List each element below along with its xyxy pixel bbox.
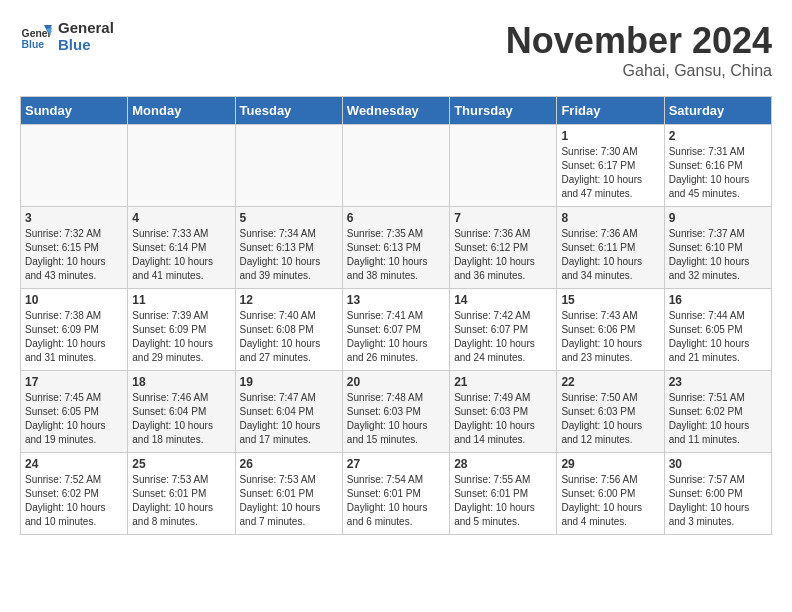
day-info: Sunrise: 7:36 AMSunset: 6:11 PMDaylight:…: [561, 227, 659, 283]
day-info: Sunrise: 7:38 AMSunset: 6:09 PMDaylight:…: [25, 309, 123, 365]
day-number: 18: [132, 375, 230, 389]
calendar-day-cell: 15Sunrise: 7:43 AMSunset: 6:06 PMDayligh…: [557, 289, 664, 371]
calendar-day-cell: 8Sunrise: 7:36 AMSunset: 6:11 PMDaylight…: [557, 207, 664, 289]
calendar-day-cell: [342, 125, 449, 207]
location: Gahai, Gansu, China: [506, 62, 772, 80]
day-info: Sunrise: 7:35 AMSunset: 6:13 PMDaylight:…: [347, 227, 445, 283]
day-info: Sunrise: 7:30 AMSunset: 6:17 PMDaylight:…: [561, 145, 659, 201]
calendar-week-row: 1Sunrise: 7:30 AMSunset: 6:17 PMDaylight…: [21, 125, 772, 207]
day-info: Sunrise: 7:34 AMSunset: 6:13 PMDaylight:…: [240, 227, 338, 283]
svg-text:Blue: Blue: [22, 39, 45, 50]
calendar-day-cell: [128, 125, 235, 207]
calendar-day-cell: 18Sunrise: 7:46 AMSunset: 6:04 PMDayligh…: [128, 371, 235, 453]
day-info: Sunrise: 7:36 AMSunset: 6:12 PMDaylight:…: [454, 227, 552, 283]
day-info: Sunrise: 7:45 AMSunset: 6:05 PMDaylight:…: [25, 391, 123, 447]
calendar-day-cell: 9Sunrise: 7:37 AMSunset: 6:10 PMDaylight…: [664, 207, 771, 289]
day-number: 21: [454, 375, 552, 389]
calendar-day-cell: 14Sunrise: 7:42 AMSunset: 6:07 PMDayligh…: [450, 289, 557, 371]
day-info: Sunrise: 7:39 AMSunset: 6:09 PMDaylight:…: [132, 309, 230, 365]
weekday-header: Wednesday: [342, 97, 449, 125]
day-number: 22: [561, 375, 659, 389]
weekday-header: Tuesday: [235, 97, 342, 125]
page-header: General Blue General Blue November 2024 …: [20, 20, 772, 80]
calendar-week-row: 10Sunrise: 7:38 AMSunset: 6:09 PMDayligh…: [21, 289, 772, 371]
calendar-day-cell: 7Sunrise: 7:36 AMSunset: 6:12 PMDaylight…: [450, 207, 557, 289]
calendar-day-cell: [21, 125, 128, 207]
logo-line1: General: [58, 20, 114, 37]
day-number: 3: [25, 211, 123, 225]
day-number: 25: [132, 457, 230, 471]
day-info: Sunrise: 7:31 AMSunset: 6:16 PMDaylight:…: [669, 145, 767, 201]
calendar-week-row: 3Sunrise: 7:32 AMSunset: 6:15 PMDaylight…: [21, 207, 772, 289]
weekday-header: Sunday: [21, 97, 128, 125]
day-number: 2: [669, 129, 767, 143]
day-number: 14: [454, 293, 552, 307]
calendar-day-cell: [450, 125, 557, 207]
calendar-day-cell: 17Sunrise: 7:45 AMSunset: 6:05 PMDayligh…: [21, 371, 128, 453]
weekday-header: Friday: [557, 97, 664, 125]
calendar-day-cell: 6Sunrise: 7:35 AMSunset: 6:13 PMDaylight…: [342, 207, 449, 289]
day-number: 23: [669, 375, 767, 389]
weekday-header: Thursday: [450, 97, 557, 125]
calendar-day-cell: 13Sunrise: 7:41 AMSunset: 6:07 PMDayligh…: [342, 289, 449, 371]
calendar-week-row: 24Sunrise: 7:52 AMSunset: 6:02 PMDayligh…: [21, 453, 772, 535]
logo: General Blue General Blue: [20, 20, 114, 53]
day-info: Sunrise: 7:44 AMSunset: 6:05 PMDaylight:…: [669, 309, 767, 365]
calendar-title-block: November 2024 Gahai, Gansu, China: [506, 20, 772, 80]
calendar-day-cell: [235, 125, 342, 207]
day-number: 10: [25, 293, 123, 307]
day-number: 27: [347, 457, 445, 471]
calendar-day-cell: 29Sunrise: 7:56 AMSunset: 6:00 PMDayligh…: [557, 453, 664, 535]
calendar-day-cell: 21Sunrise: 7:49 AMSunset: 6:03 PMDayligh…: [450, 371, 557, 453]
day-info: Sunrise: 7:42 AMSunset: 6:07 PMDaylight:…: [454, 309, 552, 365]
day-info: Sunrise: 7:40 AMSunset: 6:08 PMDaylight:…: [240, 309, 338, 365]
calendar-day-cell: 10Sunrise: 7:38 AMSunset: 6:09 PMDayligh…: [21, 289, 128, 371]
day-info: Sunrise: 7:53 AMSunset: 6:01 PMDaylight:…: [132, 473, 230, 529]
day-number: 13: [347, 293, 445, 307]
calendar-day-cell: 25Sunrise: 7:53 AMSunset: 6:01 PMDayligh…: [128, 453, 235, 535]
calendar-day-cell: 4Sunrise: 7:33 AMSunset: 6:14 PMDaylight…: [128, 207, 235, 289]
day-number: 11: [132, 293, 230, 307]
weekday-header-row: SundayMondayTuesdayWednesdayThursdayFrid…: [21, 97, 772, 125]
calendar-table: SundayMondayTuesdayWednesdayThursdayFrid…: [20, 96, 772, 535]
day-number: 7: [454, 211, 552, 225]
calendar-day-cell: 27Sunrise: 7:54 AMSunset: 6:01 PMDayligh…: [342, 453, 449, 535]
day-info: Sunrise: 7:47 AMSunset: 6:04 PMDaylight:…: [240, 391, 338, 447]
day-info: Sunrise: 7:48 AMSunset: 6:03 PMDaylight:…: [347, 391, 445, 447]
logo-icon: General Blue: [20, 21, 52, 53]
calendar-day-cell: 5Sunrise: 7:34 AMSunset: 6:13 PMDaylight…: [235, 207, 342, 289]
day-number: 6: [347, 211, 445, 225]
calendar-day-cell: 16Sunrise: 7:44 AMSunset: 6:05 PMDayligh…: [664, 289, 771, 371]
day-number: 24: [25, 457, 123, 471]
calendar-day-cell: 12Sunrise: 7:40 AMSunset: 6:08 PMDayligh…: [235, 289, 342, 371]
calendar-day-cell: 23Sunrise: 7:51 AMSunset: 6:02 PMDayligh…: [664, 371, 771, 453]
calendar-day-cell: 1Sunrise: 7:30 AMSunset: 6:17 PMDaylight…: [557, 125, 664, 207]
day-number: 5: [240, 211, 338, 225]
calendar-day-cell: 19Sunrise: 7:47 AMSunset: 6:04 PMDayligh…: [235, 371, 342, 453]
calendar-day-cell: 28Sunrise: 7:55 AMSunset: 6:01 PMDayligh…: [450, 453, 557, 535]
calendar-day-cell: 20Sunrise: 7:48 AMSunset: 6:03 PMDayligh…: [342, 371, 449, 453]
day-number: 30: [669, 457, 767, 471]
day-number: 17: [25, 375, 123, 389]
month-title: November 2024: [506, 20, 772, 62]
day-info: Sunrise: 7:57 AMSunset: 6:00 PMDaylight:…: [669, 473, 767, 529]
day-info: Sunrise: 7:32 AMSunset: 6:15 PMDaylight:…: [25, 227, 123, 283]
day-number: 9: [669, 211, 767, 225]
logo-line2: Blue: [58, 37, 114, 54]
weekday-header: Saturday: [664, 97, 771, 125]
day-number: 16: [669, 293, 767, 307]
calendar-day-cell: 3Sunrise: 7:32 AMSunset: 6:15 PMDaylight…: [21, 207, 128, 289]
calendar-day-cell: 2Sunrise: 7:31 AMSunset: 6:16 PMDaylight…: [664, 125, 771, 207]
day-number: 26: [240, 457, 338, 471]
day-number: 15: [561, 293, 659, 307]
day-number: 1: [561, 129, 659, 143]
calendar-day-cell: 22Sunrise: 7:50 AMSunset: 6:03 PMDayligh…: [557, 371, 664, 453]
day-info: Sunrise: 7:33 AMSunset: 6:14 PMDaylight:…: [132, 227, 230, 283]
weekday-header: Monday: [128, 97, 235, 125]
calendar-day-cell: 24Sunrise: 7:52 AMSunset: 6:02 PMDayligh…: [21, 453, 128, 535]
day-number: 28: [454, 457, 552, 471]
calendar-day-cell: 26Sunrise: 7:53 AMSunset: 6:01 PMDayligh…: [235, 453, 342, 535]
day-number: 19: [240, 375, 338, 389]
day-info: Sunrise: 7:54 AMSunset: 6:01 PMDaylight:…: [347, 473, 445, 529]
day-info: Sunrise: 7:49 AMSunset: 6:03 PMDaylight:…: [454, 391, 552, 447]
